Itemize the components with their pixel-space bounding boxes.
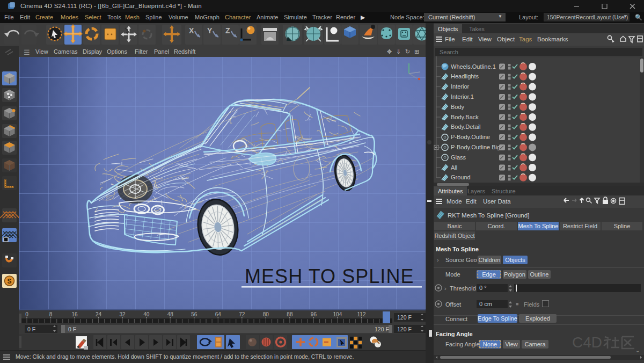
svg-text:72: 72	[239, 311, 245, 317]
svg-text:Interior.1: Interior.1	[451, 93, 474, 100]
svg-text:120 F: 120 F	[397, 314, 412, 321]
svg-text:Body.Back: Body.Back	[451, 114, 479, 120]
svg-text:P-Body.Outline: P-Body.Outline	[451, 134, 490, 140]
svg-text:80: 80	[263, 311, 269, 317]
svg-text:0 F: 0 F	[68, 326, 76, 332]
svg-text:8: 8	[49, 311, 53, 317]
svg-text:16: 16	[72, 311, 78, 317]
svg-text:C4D: C4D	[572, 335, 602, 351]
svg-text:48: 48	[167, 311, 174, 317]
svg-text:104: 104	[333, 311, 342, 317]
svg-text:40: 40	[143, 311, 150, 317]
svg-text:Ground: Ground	[451, 174, 471, 180]
svg-text:Body: Body	[451, 104, 465, 110]
svg-text:96: 96	[311, 311, 317, 317]
svg-text:Body.Detail: Body.Detail	[451, 124, 480, 130]
svg-text:Headlights: Headlights	[451, 73, 479, 79]
svg-text:24: 24	[96, 311, 102, 317]
svg-text:All: All	[451, 164, 457, 171]
svg-text:P-Body.Outline Big: P-Body.Outline Big	[451, 144, 500, 150]
svg-text:S: S	[8, 278, 12, 285]
svg-text:0: 0	[25, 311, 28, 317]
svg-text:88: 88	[287, 311, 293, 317]
svg-text:Z: Z	[225, 26, 230, 35]
svg-text:56: 56	[191, 311, 197, 317]
svg-text:Glass: Glass	[451, 154, 466, 161]
svg-text:64: 64	[215, 311, 222, 317]
svg-text:Y: Y	[207, 26, 213, 35]
svg-text:MESH TO SPLINE: MESH TO SPLINE	[245, 265, 415, 287]
svg-text:Wheels.Outline.1: Wheels.Outline.1	[451, 63, 496, 70]
svg-text:120 F: 120 F	[397, 326, 412, 332]
svg-text:112: 112	[357, 311, 366, 317]
svg-text:Interior: Interior	[451, 83, 470, 90]
svg-text:32: 32	[120, 311, 126, 317]
svg-text:0 F: 0 F	[27, 326, 35, 332]
svg-text:120 F: 120 F	[375, 326, 389, 332]
svg-text:X: X	[189, 26, 194, 35]
